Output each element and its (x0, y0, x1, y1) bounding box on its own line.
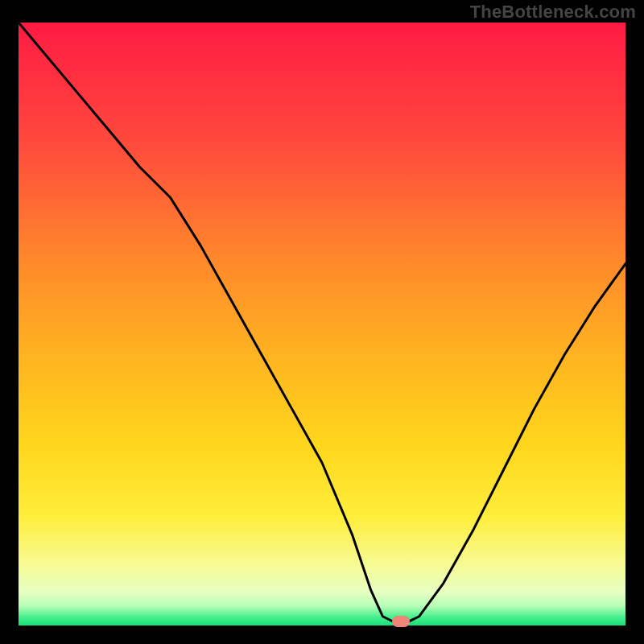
chart-frame: TheBottleneck.com (0, 0, 644, 644)
chart-background (19, 23, 625, 625)
watermark-text: TheBottleneck.com (470, 2, 636, 23)
optimum-marker (392, 616, 410, 627)
chart-svg (19, 23, 625, 625)
chart-plot-area (19, 23, 625, 625)
